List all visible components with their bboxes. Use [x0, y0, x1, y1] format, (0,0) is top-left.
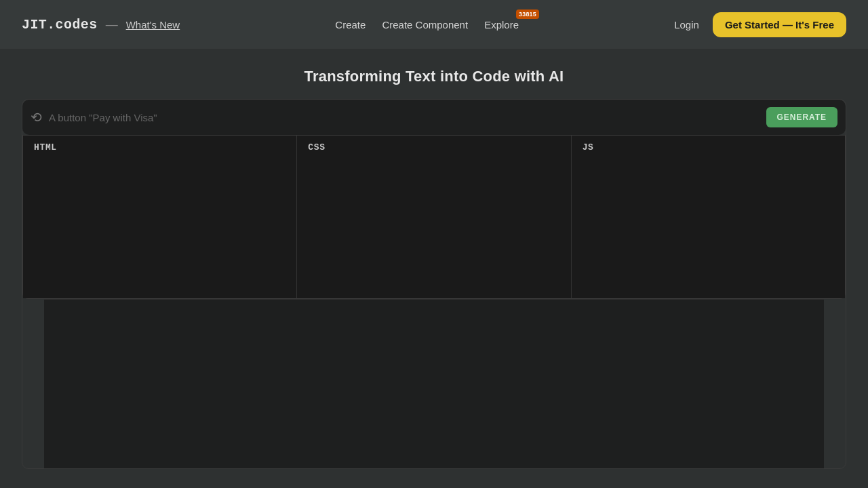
- nav-item-create-component[interactable]: Create Component: [382, 19, 468, 30]
- nav-item-create[interactable]: Create: [335, 19, 366, 30]
- get-started-button[interactable]: Get Started — It's Free: [713, 12, 846, 37]
- code-panels: HTML CSS JS: [22, 135, 846, 299]
- html-panel: HTML: [23, 136, 297, 298]
- prompt-input-area: ⟲ GENERATE: [22, 100, 846, 135]
- header-divider: —: [106, 18, 118, 32]
- html-panel-body: [23, 159, 296, 295]
- hero-section: Transforming Text into Code with AI: [0, 49, 868, 99]
- js-panel-header: JS: [572, 136, 845, 159]
- main-editor-container: ⟲ GENERATE HTML CSS JS: [22, 99, 846, 469]
- css-panel: CSS: [297, 136, 571, 298]
- html-panel-header: HTML: [23, 136, 296, 159]
- js-panel-body: [572, 159, 845, 295]
- prompt-icon: ⟲: [31, 109, 42, 125]
- css-panel-body: [297, 159, 570, 295]
- generate-button[interactable]: GENERATE: [766, 107, 837, 127]
- login-button[interactable]: Login: [674, 19, 699, 30]
- js-panel: JS: [572, 136, 845, 298]
- prompt-input[interactable]: [49, 112, 760, 123]
- whats-new-link[interactable]: What's New: [126, 19, 180, 30]
- explore-badge: 33815: [516, 9, 539, 19]
- header-left: JIT.codes — What's New: [22, 17, 180, 33]
- header-right: Login Get Started — It's Free: [674, 12, 846, 37]
- hero-title: Transforming Text into Code with AI: [0, 68, 868, 85]
- logo: JIT.codes: [22, 17, 98, 33]
- css-panel-header: CSS: [297, 136, 570, 159]
- explore-label: Explore: [484, 19, 519, 30]
- header: JIT.codes — What's New Create Create Com…: [0, 0, 868, 49]
- header-nav: Create Create Component Explore 33815: [335, 19, 519, 30]
- nav-item-explore[interactable]: Explore 33815: [484, 19, 519, 30]
- preview-area: [44, 299, 824, 468]
